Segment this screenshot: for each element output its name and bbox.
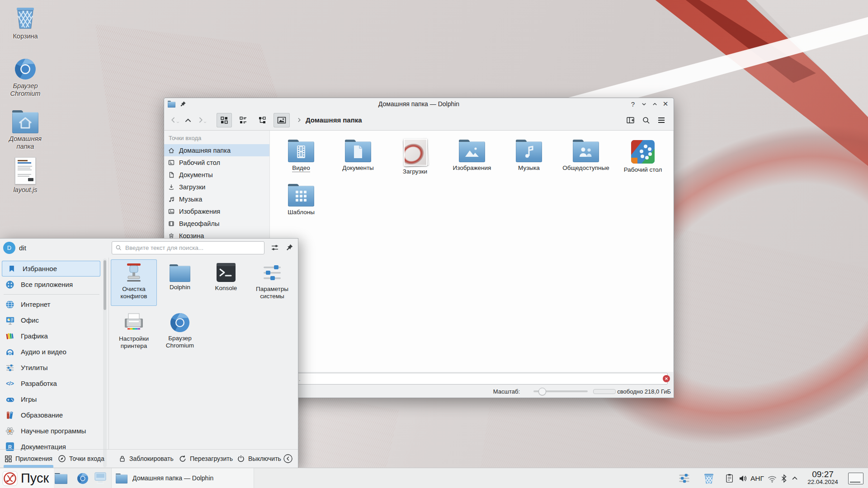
- printer-icon: [123, 312, 145, 333]
- app-item-config-cleaner[interactable]: Очистка конфигов: [111, 259, 157, 306]
- task-button-dolphin[interactable]: Домашняя папка — Dolphin: [111, 468, 254, 488]
- atom-icon: [5, 426, 15, 436]
- configure-icon[interactable]: [270, 243, 279, 252]
- folder-item-public[interactable]: Общедоступные: [557, 138, 614, 171]
- sidebar-item-all-apps[interactable]: Все приложения: [0, 277, 102, 292]
- sidebar-item-office[interactable]: Офис: [0, 312, 102, 328]
- place-documents[interactable]: Документы: [164, 169, 269, 181]
- forward-button[interactable]: [195, 113, 208, 127]
- dolphin-folder-view[interactable]: Видео Документы Загрузки Изображения: [270, 131, 673, 372]
- icons-view-button[interactable]: [217, 113, 232, 127]
- app-item-chromium[interactable]: Браузер Chromium: [157, 309, 203, 356]
- place-desktop[interactable]: Рабочий стол: [164, 156, 269, 169]
- footer-tab-applications[interactable]: Приложения: [5, 450, 52, 468]
- tray-wifi[interactable]: [767, 468, 777, 488]
- place-home[interactable]: Домашняя папка: [164, 144, 269, 156]
- desktop-icon-layoutjs[interactable]: layout.js: [2, 157, 49, 194]
- search-icon: [115, 244, 122, 251]
- filter-input[interactable]: [271, 373, 668, 385]
- sidebar-scrollbar-thumb[interactable]: [104, 260, 106, 310]
- back-button[interactable]: [168, 113, 181, 127]
- start-button[interactable]: Пуск: [0, 468, 54, 488]
- sidebar-item-favorites[interactable]: Избранное: [2, 261, 100, 277]
- tray-volume[interactable]: [738, 468, 747, 488]
- pin-icon[interactable]: [285, 243, 294, 252]
- app-item-dolphin[interactable]: Dolphin: [157, 259, 203, 306]
- taskbar-launcher-chromium[interactable]: [77, 473, 89, 484]
- footer-action-restart[interactable]: Перезагрузить: [179, 450, 233, 468]
- folder-item-documents[interactable]: Документы: [330, 138, 387, 171]
- help-button[interactable]: ?: [627, 99, 638, 109]
- close-button[interactable]: ✕: [660, 99, 671, 109]
- folder-item-downloads-preview[interactable]: Загрузки: [387, 138, 443, 175]
- place-downloads[interactable]: Загрузки: [164, 181, 269, 193]
- sidebar-item-label: Офис: [21, 316, 39, 324]
- footer-tab-places[interactable]: Точки входа: [58, 450, 104, 468]
- app-item-konsole[interactable]: Konsole: [203, 259, 249, 306]
- sliders-icon: [5, 362, 15, 373]
- place-pictures[interactable]: Изображения: [164, 205, 269, 217]
- folder-item-templates[interactable]: Шаблоны: [273, 182, 330, 216]
- sidebar-item-games[interactable]: Игры: [0, 391, 102, 407]
- sidebar-item-label: Аудио и видео: [21, 348, 66, 356]
- breadcrumb[interactable]: Домашняя папка: [306, 116, 362, 124]
- desktop-icon-trash[interactable]: Корзина: [2, 5, 49, 40]
- details-view-button[interactable]: [255, 113, 270, 127]
- sidebar-item-graphics[interactable]: Графика: [0, 328, 102, 344]
- tray-bluetooth[interactable]: [780, 468, 788, 488]
- folder-label: Документы: [330, 164, 387, 171]
- taskbar-launcher-display[interactable]: [94, 472, 107, 484]
- sidebar-item-utilities[interactable]: Утилиты: [0, 360, 102, 375]
- tray-expand[interactable]: [791, 468, 798, 488]
- zoom-slider-handle[interactable]: [538, 388, 546, 395]
- maximize-button[interactable]: [649, 99, 660, 109]
- split-view-button[interactable]: [623, 113, 638, 127]
- folder-item-pictures[interactable]: Изображения: [443, 138, 500, 171]
- footer-action-shutdown[interactable]: Выключить: [237, 450, 281, 468]
- taskbar-launcher-dolphin[interactable]: [55, 472, 67, 484]
- show-desktop-widget[interactable]: [848, 473, 863, 484]
- dolphin-titlebar[interactable]: Домашняя папка — Dolphin ? ✕: [164, 98, 674, 110]
- home-icon: [168, 147, 175, 154]
- desktop-icon-chromium[interactable]: Браузер Chromium: [2, 58, 49, 97]
- folder-label: Рабочий стол: [614, 166, 671, 173]
- up-button[interactable]: [181, 113, 195, 127]
- close-filter-button[interactable]: [663, 375, 670, 382]
- folder-label: Общедоступные: [557, 164, 614, 171]
- sidebar-item-internet[interactable]: Интернет: [0, 296, 102, 312]
- search-button[interactable]: [638, 113, 654, 127]
- tray-keyboard-layout[interactable]: АНГ: [750, 468, 764, 488]
- footer-action-lock[interactable]: Заблокировать: [118, 450, 174, 468]
- user-avatar[interactable]: D: [3, 242, 15, 254]
- app-item-printer-settings[interactable]: Настройки принтера: [111, 309, 157, 356]
- launcher-search-box[interactable]: [112, 241, 264, 254]
- sidebar-scrollbar-track[interactable]: [103, 258, 107, 467]
- folder-item-music[interactable]: Музыка: [500, 138, 557, 171]
- sidebar-item-development[interactable]: </> Разработка: [0, 375, 102, 391]
- chromium-icon: [170, 312, 190, 333]
- sidebar-item-audio-video[interactable]: Аудио и видео: [0, 344, 102, 360]
- tray-settings[interactable]: [678, 468, 690, 488]
- presentation-icon: [5, 315, 15, 326]
- tray-trash[interactable]: [702, 468, 716, 488]
- preview-toggle-button[interactable]: [274, 113, 290, 127]
- tray-clipboard[interactable]: [725, 468, 734, 488]
- minimize-button[interactable]: [638, 99, 649, 109]
- clock-widget[interactable]: 09:27 22.04.2024: [801, 468, 844, 488]
- place-videos[interactable]: Видеофайлы: [164, 217, 269, 230]
- menu-button[interactable]: [654, 113, 669, 127]
- all-apps-icon: [5, 279, 15, 290]
- footer-collapse-button[interactable]: [283, 450, 296, 468]
- folder-item-desktop[interactable]: Рабочий стол: [614, 138, 671, 173]
- folder-item-video[interactable]: Видео: [273, 138, 330, 171]
- sidebar-item-education[interactable]: Образование: [0, 407, 102, 423]
- sliders-icon: [678, 472, 690, 484]
- launcher-search-input[interactable]: [124, 242, 264, 253]
- launcher-header: D dit: [0, 239, 298, 257]
- app-item-system-settings[interactable]: Параметры системы: [249, 259, 295, 306]
- folder-icon: [116, 474, 127, 483]
- desktop-icon-home[interactable]: Домашняя папка: [2, 108, 49, 150]
- compact-view-button[interactable]: [236, 113, 251, 127]
- sidebar-item-science[interactable]: Научные программы: [0, 423, 102, 439]
- place-music[interactable]: Музыка: [164, 193, 269, 205]
